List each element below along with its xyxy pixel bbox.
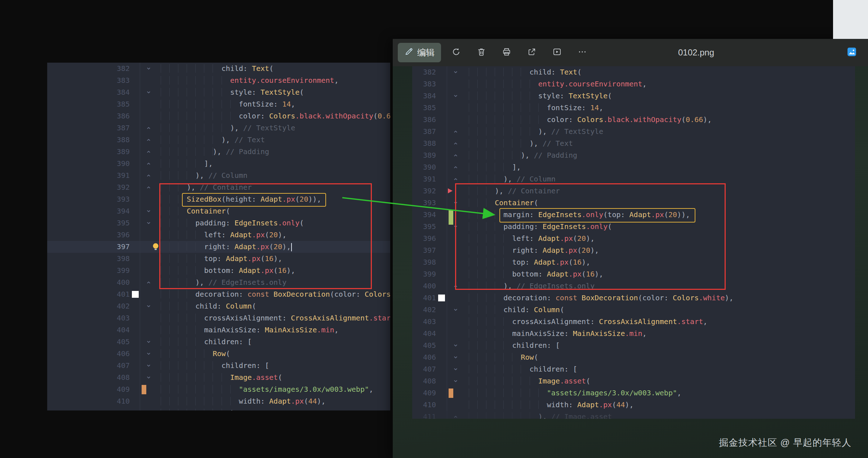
gutter-annotation-slot (437, 244, 447, 256)
code-line: 385 fontSize: 14, (47, 98, 390, 110)
gutter-vcs-slot (140, 265, 161, 277)
fold-close-icon (146, 280, 151, 285)
gutter-annotation-slot (131, 134, 140, 146)
rotate-icon (451, 47, 461, 58)
line-number: 396 (412, 233, 437, 244)
gutter-vcs-slot (447, 114, 469, 126)
line-number: 394 (412, 209, 437, 221)
gutter-vcs-slot (447, 304, 469, 316)
more-button[interactable] (572, 43, 592, 62)
line-number: 384 (412, 90, 437, 102)
gutter-vcs-slot (140, 253, 161, 265)
gutter-annotation-slot (437, 351, 447, 363)
code-text: ), // Padding (161, 146, 390, 158)
slideshow-button[interactable] (547, 43, 567, 62)
gutter-vcs-slot (447, 316, 469, 328)
gutter-annotation-slot (437, 149, 447, 161)
desktop-corner-block (833, 0, 868, 39)
gutter-vcs-slot (140, 360, 161, 372)
code-line: 401 decoration: const BoxDecoration(colo… (47, 288, 390, 300)
gutter-vcs-slot (140, 122, 161, 134)
code-line: 384 style: TextStyle( (47, 86, 390, 98)
gutter-annotation-slot (437, 340, 447, 351)
gutter-annotation-slot (131, 395, 140, 407)
fold-close-icon (453, 141, 458, 146)
rotate-button[interactable] (446, 43, 466, 62)
gutter-vcs-slot (140, 134, 161, 146)
code-text: ), // Text (161, 134, 390, 146)
gutter-vcs-slot (447, 411, 469, 419)
code-line: 396 left: Adapt.px(20), (412, 233, 855, 244)
code-line: 411 ), // Image.asset (412, 411, 855, 419)
delete-icon (477, 47, 486, 58)
line-number: 382 (412, 66, 437, 78)
fold-close-icon (453, 177, 458, 181)
gutter-vcs-slot (140, 348, 161, 360)
gutter-annotation-slot (131, 407, 140, 410)
gutter-vcs-slot (140, 217, 161, 229)
gutter-vcs-slot (447, 399, 469, 411)
code-text: child: Column( (161, 300, 390, 312)
code-text: style: TextStyle( (161, 86, 390, 98)
gutter-vcs-slot (447, 233, 469, 244)
gutter-vcs-slot (447, 292, 469, 304)
code-text: top: Adapt.px(16), (161, 253, 390, 265)
code-text: color: Colors.black.withOpacity(0.66), (161, 110, 390, 122)
gutter-annotation-slot (437, 268, 447, 280)
code-line: 390 ], (412, 161, 855, 173)
gutter-annotation-slot (437, 411, 447, 419)
code-line: 405 children: [ (412, 340, 855, 351)
fold-close-icon (453, 284, 458, 288)
code-line: 391 ), // Column (47, 170, 390, 181)
code-text: left: Adapt.px(20), (161, 229, 390, 241)
edit-button[interactable]: 编辑 (398, 43, 441, 62)
print-button[interactable] (497, 43, 517, 62)
code-line: 408 Image.asset( (47, 372, 390, 383)
gutter-annotation-slot (437, 138, 447, 149)
gutter-vcs-slot (447, 209, 469, 221)
gutter-annotation-slot (437, 280, 447, 292)
gutter-annotation-slot (437, 90, 447, 102)
fold-open-icon (453, 70, 458, 75)
code-text: SizedBox(height: Adapt.px(20)), (161, 193, 390, 205)
color-preview-white (132, 291, 139, 298)
gutter-annotation-slot (437, 328, 447, 340)
line-number: 401 (412, 292, 437, 304)
gutter-vcs-slot (140, 288, 161, 300)
code-line: 393 Container( (412, 197, 855, 209)
code-line: 389 ), // Padding (47, 146, 390, 158)
gutter-annotation-slot (437, 363, 447, 375)
code-text: children: [ (161, 360, 390, 372)
gutter-annotation-slot (437, 185, 447, 197)
code-line: 387 ), // TextStyle (412, 126, 855, 138)
gutter-vcs-slot (140, 324, 161, 336)
photo-app-icon (846, 46, 857, 59)
fold-open-icon (453, 201, 458, 205)
share-button[interactable] (522, 43, 542, 62)
code-line: 391 ), // Column (412, 173, 855, 185)
code-text: width: Adapt.px(44), (469, 399, 855, 411)
code-text: ), // TextStyle (161, 122, 390, 134)
code-text: entity.courseEnvironment, (469, 78, 855, 90)
gutter-annotation-slot (131, 158, 140, 170)
line-number: 384 (47, 86, 131, 98)
code-text: mainAxisSize: MainAxisSize.min, (161, 324, 390, 336)
line-number: 388 (412, 138, 437, 149)
line-number: 407 (412, 363, 437, 375)
code-lines: 382 child: Text(383 entity.courseEnviron… (47, 63, 390, 410)
line-number: 382 (47, 63, 131, 75)
code-line: 396 left: Adapt.px(20), (47, 229, 390, 241)
photo-app-button[interactable] (846, 39, 857, 66)
gutter-annotation-slot (437, 399, 447, 411)
code-text: Image.asset( (469, 375, 855, 387)
gutter-annotation-slot (131, 277, 140, 288)
code-text: fontSize: 14, (469, 102, 855, 114)
delete-button[interactable] (471, 43, 491, 62)
gutter-annotation-slot (131, 205, 140, 217)
code-line: 382 child: Text( (412, 66, 855, 78)
fold-open-icon (453, 307, 458, 312)
line-number: 409 (412, 387, 437, 399)
line-number: 392 (47, 181, 131, 193)
code-line: 404 mainAxisSize: MainAxisSize.min, (412, 328, 855, 340)
gutter-vcs-slot (447, 197, 469, 209)
